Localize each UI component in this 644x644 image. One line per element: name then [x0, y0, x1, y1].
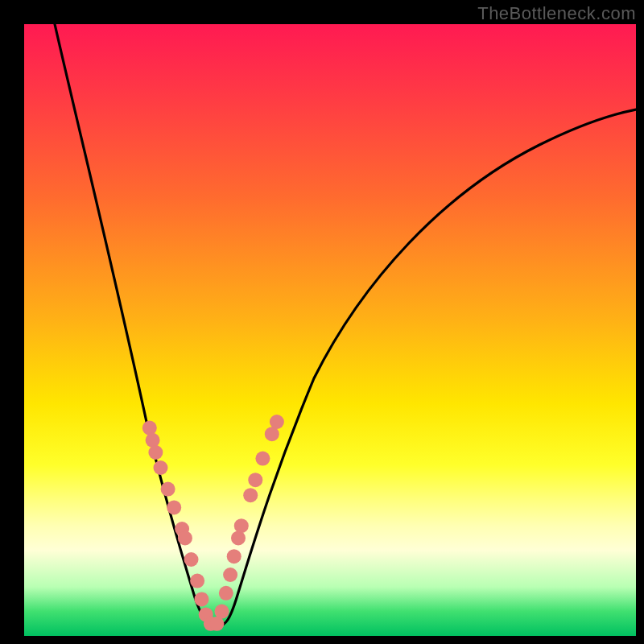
watermark-text: TheBottleneck.com: [477, 3, 636, 24]
data-point: [142, 421, 157, 436]
data-point: [231, 530, 246, 545]
data-point: [243, 488, 258, 502]
data-point: [161, 482, 175, 497]
data-point: [227, 549, 242, 564]
data-point: [184, 552, 199, 567]
right-curve: [217, 109, 636, 626]
curve-layer: [55, 24, 636, 626]
data-point: [234, 518, 249, 533]
plot-area: [24, 24, 636, 636]
data-point: [178, 530, 192, 545]
data-point: [194, 592, 208, 606]
data-point: [146, 433, 160, 448]
data-point: [219, 586, 233, 601]
data-point: [270, 415, 284, 429]
chart-svg: [24, 24, 636, 636]
data-point: [190, 574, 204, 588]
data-point: [215, 605, 229, 619]
chart-frame: TheBottleneck.com: [0, 0, 644, 644]
data-point: [248, 473, 262, 487]
data-point: [255, 452, 270, 466]
data-point: [148, 445, 163, 460]
data-point: [223, 568, 237, 582]
data-point: [167, 500, 181, 514]
data-point: [154, 460, 168, 475]
marker-layer: [142, 415, 284, 631]
